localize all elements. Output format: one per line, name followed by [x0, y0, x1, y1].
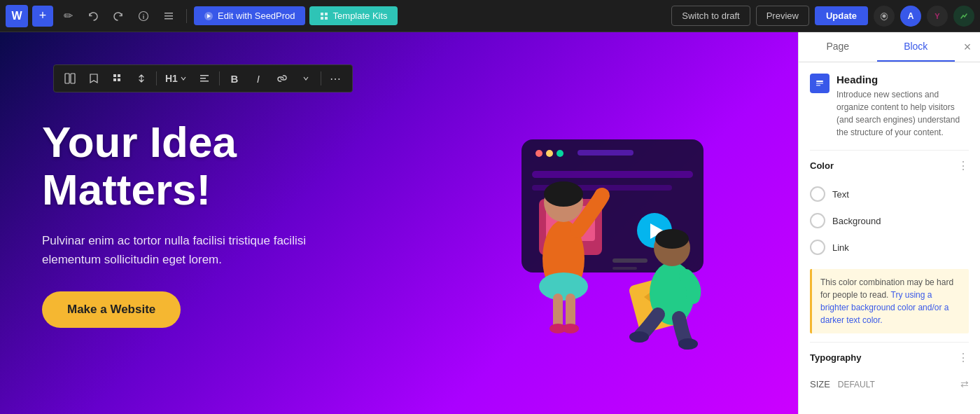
size-control-icon[interactable]: ⇄ — [960, 378, 969, 389]
background-color-label: Background — [832, 216, 881, 226]
hero-text: Your IdeaMatters! Pulvinar enim ac torto… — [42, 118, 399, 328]
text-color-option[interactable]: Text — [810, 181, 969, 207]
link-color-option[interactable]: Link — [810, 234, 969, 261]
hero-heading: Your IdeaMatters! — [42, 118, 399, 214]
svg-rect-13 — [118, 74, 120, 77]
info-button[interactable]: i — [133, 6, 154, 27]
tab-block[interactable]: Block — [877, 32, 955, 62]
svg-rect-16 — [200, 75, 209, 76]
svg-rect-38 — [553, 294, 563, 329]
svg-point-21 — [546, 150, 553, 157]
color-warning-box: This color combination may be hard for p… — [810, 269, 969, 333]
align-button[interactable] — [194, 68, 215, 89]
switch-to-draft-button[interactable]: Switch to draft — [671, 6, 750, 26]
background-color-swatch[interactable] — [810, 213, 825, 228]
hero-subtext: Pulvinar enim ac tortor nulla facilisi t… — [42, 231, 322, 269]
list-view-button[interactable] — [158, 6, 179, 27]
svg-rect-15 — [118, 78, 120, 81]
wordpress-logo[interactable]: W — [6, 5, 28, 27]
svg-rect-4 — [164, 18, 173, 20]
panel-body: Heading Introduce new sections and organ… — [799, 62, 980, 414]
performance-icon[interactable] — [953, 6, 974, 27]
typography-section-header: Typography ⋮ — [810, 351, 969, 364]
typography-title: Typography — [810, 352, 861, 363]
settings-icon-btn[interactable] — [874, 6, 895, 27]
svg-rect-11 — [71, 74, 75, 83]
right-panel: Page Block × Heading Introduce new secti… — [798, 32, 980, 414]
text-color-swatch[interactable] — [810, 186, 825, 202]
layout-toggle-button[interactable] — [59, 68, 80, 89]
svg-point-36 — [544, 181, 583, 207]
edit-seedprod-button[interactable]: Edit with SeedProd — [194, 6, 305, 25]
more-options-dropdown[interactable] — [295, 68, 316, 89]
divider-1 — [810, 150, 969, 151]
close-panel-button[interactable]: × — [955, 32, 980, 62]
preview-button[interactable]: Preview — [756, 6, 809, 26]
svg-rect-39 — [566, 294, 575, 329]
edit-mode-button[interactable]: ✏ — [57, 6, 78, 27]
topbar-right: Switch to draft Preview Update A Y — [671, 6, 974, 27]
block-header: Heading Introduce new sections and organ… — [810, 74, 969, 139]
svg-rect-2 — [164, 13, 173, 14]
svg-rect-31 — [612, 267, 637, 270]
link-color-swatch[interactable] — [810, 240, 825, 255]
separator-1 — [156, 71, 157, 85]
options-button[interactable]: ⋯ — [326, 68, 346, 89]
svg-point-44 — [655, 229, 689, 249]
divider-2 — [810, 342, 969, 343]
separator-2 — [219, 71, 220, 85]
undo-button[interactable] — [83, 6, 104, 27]
heading-block-icon — [810, 74, 830, 93]
background-color-option[interactable]: Background — [810, 207, 969, 234]
svg-point-22 — [556, 150, 564, 157]
svg-point-41 — [562, 324, 579, 333]
svg-rect-47 — [816, 81, 823, 82]
hero-illustration — [399, 97, 756, 350]
svg-rect-30 — [612, 258, 648, 263]
svg-text:i: i — [143, 13, 145, 20]
svg-rect-9 — [325, 17, 328, 20]
typography-size-row: SIZE DEFAULT ⇄ — [810, 373, 969, 395]
svg-rect-23 — [578, 150, 634, 156]
svg-rect-48 — [816, 83, 823, 84]
svg-rect-7 — [325, 13, 328, 15]
link-button[interactable] — [272, 68, 293, 89]
svg-point-46 — [678, 338, 698, 350]
block-info: Heading Introduce new sections and organ… — [836, 74, 969, 139]
canvas: H1 B I ⋯ Your IdeaMatters! Pulvinar enim… — [0, 32, 798, 414]
topbar: W + ✏ i Edit with SeedProd Template Kits… — [0, 0, 980, 32]
svg-rect-8 — [321, 17, 323, 20]
update-button[interactable]: Update — [815, 6, 868, 25]
topbar-left: W + ✏ i Edit with SeedProd Template Kits — [6, 5, 667, 27]
color-section-title: Color — [810, 160, 834, 171]
yoast-icon[interactable]: Y — [927, 6, 948, 27]
color-more-button[interactable]: ⋮ — [958, 159, 969, 172]
svg-rect-12 — [113, 74, 116, 77]
block-desc: Introduce new sections and organize cont… — [836, 88, 969, 139]
svg-rect-18 — [200, 81, 209, 82]
tab-page[interactable]: Page — [799, 32, 877, 62]
format-bar: H1 B I ⋯ — [53, 64, 353, 92]
svg-rect-6 — [321, 13, 323, 15]
typography-more-button[interactable]: ⋮ — [958, 351, 969, 364]
italic-button[interactable]: I — [248, 68, 269, 89]
cta-button[interactable]: Make a Website — [42, 291, 181, 328]
arrows-button[interactable] — [131, 68, 152, 89]
template-kits-button[interactable]: Template Kits — [309, 6, 398, 25]
avatar[interactable]: A — [900, 6, 921, 27]
svg-rect-49 — [816, 85, 820, 86]
warning-text: This color combination may be hard for p… — [820, 277, 953, 300]
svg-point-20 — [536, 150, 542, 157]
add-button[interactable]: + — [32, 6, 53, 27]
grid-button[interactable] — [107, 68, 128, 89]
text-color-label: Text — [832, 189, 849, 200]
redo-button[interactable] — [108, 6, 129, 27]
svg-point-37 — [539, 272, 588, 301]
svg-rect-10 — [65, 74, 69, 83]
color-section-header: Color ⋮ — [810, 159, 969, 172]
heading-type-button[interactable]: H1 — [161, 68, 191, 89]
main-layout: H1 B I ⋯ Your IdeaMatters! Pulvinar enim… — [0, 32, 980, 414]
bold-button[interactable]: B — [224, 68, 245, 89]
svg-rect-17 — [200, 78, 206, 79]
bookmark-button[interactable] — [83, 68, 104, 89]
